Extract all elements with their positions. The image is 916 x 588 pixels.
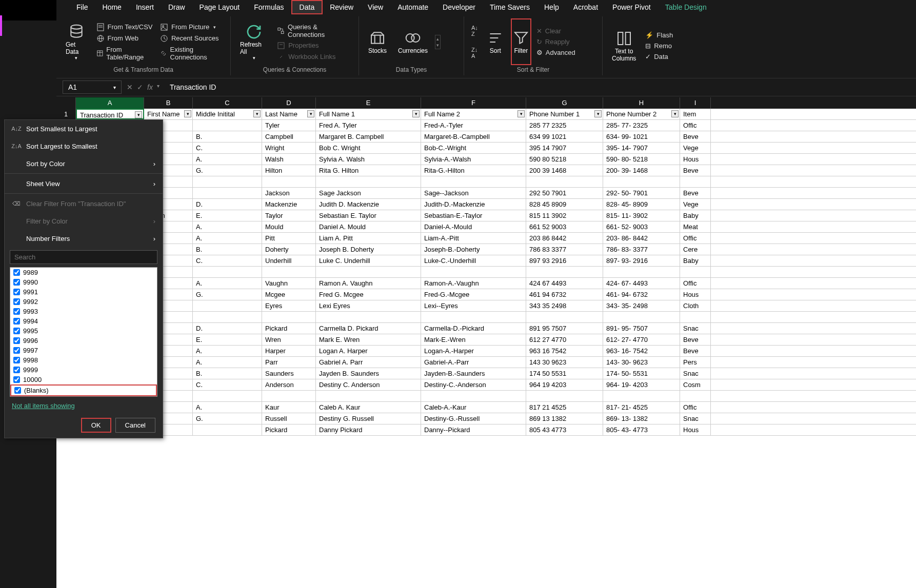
cell[interactable]: 174- 50- 5531 <box>603 368 680 379</box>
chevron-down-icon[interactable]: ▾ <box>436 43 439 48</box>
cell[interactable] <box>680 312 711 322</box>
cell[interactable]: 964- 19- 4203 <box>603 379 680 390</box>
cell[interactable]: Snac <box>680 323 711 334</box>
from-web-button[interactable]: From Web <box>94 33 155 44</box>
cell[interactable]: 805- 43- 4773 <box>603 424 680 435</box>
refresh-all-button[interactable]: Refresh All ▾ <box>236 18 272 65</box>
name-box[interactable]: A1 ▾ <box>63 80 122 94</box>
col-header-B[interactable]: B <box>144 97 193 109</box>
cell[interactable]: Margaret-B.-Campbell <box>421 131 526 142</box>
cell[interactable] <box>603 267 680 277</box>
cell[interactable]: Sebastian E. Taylor <box>316 210 421 221</box>
cell[interactable]: Cloth <box>680 300 711 311</box>
cell[interactable]: C. <box>193 143 262 153</box>
col-header-C[interactable]: C <box>193 97 262 109</box>
menu-help[interactable]: Help <box>537 1 566 13</box>
cell[interactable]: Snac <box>680 368 711 379</box>
cell[interactable]: Fred G. Mcgee <box>316 289 421 300</box>
cell[interactable]: Vege <box>680 143 711 153</box>
col-header-G[interactable]: G <box>526 97 603 109</box>
cell[interactable]: Rita G. Hilton <box>316 165 421 176</box>
cell[interactable]: 828- 45- 8909 <box>603 199 680 210</box>
cell[interactable]: 174 50 5531 <box>526 368 603 379</box>
cell[interactable]: 590 80 5218 <box>526 154 603 165</box>
filter-dropdown-icon[interactable]: ▾ <box>671 110 679 117</box>
cell[interactable]: 817 21 4525 <box>526 402 603 413</box>
header-cell[interactable]: Item <box>680 109 711 119</box>
cell[interactable]: 343 35 2498 <box>526 300 603 311</box>
cell[interactable]: Logan A. Harper <box>316 346 421 356</box>
checklist-item[interactable]: (Blanks) <box>10 384 157 396</box>
col-header-E[interactable]: E <box>316 97 421 109</box>
cell[interactable] <box>193 176 262 187</box>
cell[interactable]: A. <box>193 402 262 413</box>
cell[interactable]: Cosm <box>680 379 711 390</box>
checkbox[interactable] <box>13 289 20 295</box>
cell[interactable]: 285 77 2325 <box>526 120 603 131</box>
cell[interactable]: 285- 77- 2325 <box>603 120 680 131</box>
cell[interactable]: 395 14 7907 <box>526 143 603 153</box>
cell[interactable]: Mcgee <box>262 289 316 300</box>
cell[interactable]: Sebastian-E.-Taylor <box>421 210 526 221</box>
cell[interactable]: Tyler <box>262 120 316 131</box>
menu-home[interactable]: Home <box>95 1 129 13</box>
cell[interactable]: Beve <box>680 188 711 198</box>
cell[interactable] <box>316 267 421 277</box>
cell[interactable]: A. <box>193 233 262 244</box>
checklist-item[interactable]: 9993 <box>10 307 157 316</box>
cell[interactable]: 786 83 3377 <box>526 244 603 255</box>
checkbox[interactable] <box>13 269 20 276</box>
cell[interactable] <box>526 391 603 401</box>
menu-file[interactable]: File <box>69 1 95 13</box>
cell[interactable]: Caleb-A.-Kaur <box>421 402 526 413</box>
cell[interactable]: 815 11 3902 <box>526 210 603 221</box>
remove-dup-button[interactable]: ⊟Remo <box>643 41 675 51</box>
cell[interactable]: Meat <box>680 221 711 232</box>
menu-insert[interactable]: Insert <box>129 1 161 13</box>
cell[interactable]: Pickard <box>262 424 316 435</box>
cell[interactable]: Danny--Pickard <box>421 424 526 435</box>
cell[interactable]: Daniel-A.-Mould <box>421 221 526 232</box>
cell[interactable]: Sage Jackson <box>316 188 421 198</box>
cell[interactable]: Fred-G.-Mcgee <box>421 289 526 300</box>
cell[interactable]: 143 30 9623 <box>526 357 603 368</box>
cell[interactable]: 828 45 8909 <box>526 199 603 210</box>
recent-sources-button[interactable]: Recent Sources <box>158 33 225 44</box>
cell[interactable]: Liam-A.-Pitt <box>421 233 526 244</box>
sort-button[interactable]: Sort <box>483 18 508 65</box>
cell[interactable]: Jayden-B.-Saunders <box>421 368 526 379</box>
cell[interactable]: Hous <box>680 154 711 165</box>
chevron-down-icon[interactable]: ▾ <box>113 85 116 90</box>
cell[interactable]: Kaur <box>262 402 316 413</box>
menu-power-pivot[interactable]: Power Pivot <box>605 1 658 13</box>
cell[interactable]: 897- 93- 2916 <box>603 255 680 266</box>
menu-table-design[interactable]: Table Design <box>658 1 714 13</box>
cell[interactable]: 963- 16- 7542 <box>603 346 680 356</box>
cell[interactable]: Walsh <box>262 154 316 165</box>
cell[interactable]: 424- 67- 4493 <box>603 278 680 289</box>
col-header-F[interactable]: F <box>421 97 526 109</box>
cell[interactable]: 612- 27- 4770 <box>603 334 680 345</box>
cell[interactable]: Snac <box>680 413 711 424</box>
cell[interactable]: 897 93 2916 <box>526 255 603 266</box>
cell[interactable]: Fred A. Tyler <box>316 120 421 131</box>
checkbox[interactable] <box>13 367 20 373</box>
cell[interactable] <box>680 267 711 277</box>
search-input[interactable] <box>10 250 157 264</box>
cell[interactable]: 343- 35- 2498 <box>603 300 680 311</box>
cell[interactable] <box>680 391 711 401</box>
checkbox[interactable] <box>13 298 20 305</box>
cell[interactable]: G. <box>193 165 262 176</box>
header-cell[interactable]: Transaction ID▾ <box>76 109 144 119</box>
cell[interactable]: Hilton <box>262 165 316 176</box>
currencies-button[interactable]: Currencies <box>394 28 432 56</box>
filter-dropdown-icon[interactable]: ▾ <box>517 110 525 117</box>
cell[interactable]: 461 94 6732 <box>526 289 603 300</box>
cell[interactable]: Luke-C.-Underhill <box>421 255 526 266</box>
cell[interactable]: Wren <box>262 334 316 345</box>
cell[interactable]: Campbell <box>262 131 316 142</box>
chevron-up-icon[interactable]: ▴ <box>436 36 439 42</box>
cell[interactable]: Gabriel-A.-Parr <box>421 357 526 368</box>
cancel-button[interactable]: Cancel <box>115 418 155 433</box>
cell[interactable]: Offic <box>680 120 711 131</box>
